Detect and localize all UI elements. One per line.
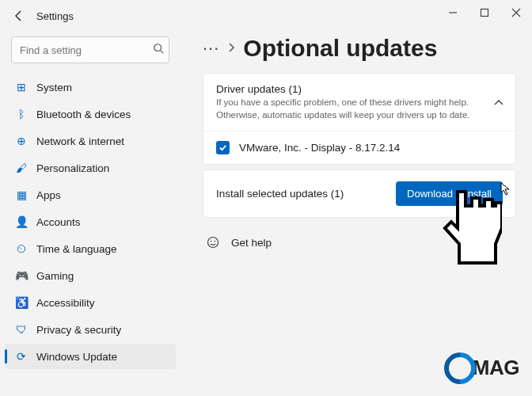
- driver-checkbox[interactable]: [216, 141, 230, 154]
- svg-point-4: [208, 238, 218, 248]
- titlebar: Settings: [0, 0, 532, 32]
- minimize-button[interactable]: [437, 0, 469, 25]
- sidebar-icon: ▦: [14, 188, 28, 202]
- svg-point-2: [154, 44, 162, 51]
- sidebar-item-windows-update[interactable]: ⟳Windows Update: [5, 344, 176, 369]
- sidebar-icon: 🛡: [14, 322, 28, 337]
- search-icon: [153, 43, 164, 57]
- sidebar-item-network-internet[interactable]: ⊕Network & internet: [5, 128, 176, 154]
- help-icon: [206, 235, 220, 249]
- get-help-link[interactable]: Get help: [203, 223, 516, 249]
- sidebar-item-gaming[interactable]: 🎮Gaming: [5, 263, 176, 288]
- sidebar-icon: ⊞: [14, 80, 28, 94]
- svg-rect-1: [481, 10, 488, 17]
- sidebar-item-system[interactable]: ⊞System: [5, 74, 176, 100]
- pcmag-logo: MAG: [449, 356, 519, 380]
- maximize-button[interactable]: [469, 0, 500, 25]
- close-button[interactable]: [500, 0, 532, 25]
- sidebar-item-privacy-security[interactable]: 🛡Privacy & security: [5, 317, 176, 342]
- sidebar-item-label: Personalization: [36, 162, 109, 174]
- sidebar-item-accessibility[interactable]: ♿Accessibility: [5, 290, 176, 315]
- install-bar: Install selected updates (1) Download & …: [203, 169, 516, 218]
- sidebar-icon: ⟳: [14, 349, 28, 364]
- install-text: Install selected updates (1): [216, 188, 344, 200]
- sidebar-item-label: Windows Update: [36, 351, 117, 363]
- sidebar-item-label: Accessibility: [36, 297, 95, 309]
- sidebar-item-label: Accounts: [36, 216, 81, 228]
- sidebar-nav: ⊞SystemᛒBluetooth & devices⊕Network & in…: [5, 74, 176, 369]
- driver-updates-title: Driver updates (1): [216, 83, 503, 95]
- get-help-label: Get help: [231, 237, 272, 249]
- search-input[interactable]: [20, 44, 153, 56]
- breadcrumb: ··· Optional updates: [203, 35, 516, 62]
- sidebar-item-label: Gaming: [36, 270, 74, 282]
- window-title: Settings: [36, 10, 74, 22]
- window-controls: [437, 0, 532, 25]
- svg-point-5: [211, 241, 212, 242]
- sidebar-item-accounts[interactable]: 👤Accounts: [5, 209, 176, 234]
- sidebar: ⊞SystemᛒBluetooth & devices⊕Network & in…: [0, 32, 180, 396]
- sidebar-icon: ⊕: [14, 134, 28, 148]
- driver-label: VMware, Inc. - Display - 8.17.2.14: [239, 142, 400, 154]
- svg-line-3: [161, 51, 164, 54]
- logo-text: MAG: [473, 356, 519, 380]
- sidebar-icon: ♿: [14, 295, 28, 310]
- sidebar-item-bluetooth-devices[interactable]: ᛒBluetooth & devices: [5, 101, 176, 127]
- download-install-button[interactable]: Download & install: [396, 181, 503, 206]
- sidebar-icon: 👤: [14, 215, 28, 229]
- sidebar-item-label: System: [36, 82, 72, 93]
- main: ··· Optional updates Driver updates (1) …: [180, 32, 532, 396]
- driver-row[interactable]: VMware, Inc. - Display - 8.17.2.14: [203, 131, 515, 164]
- sidebar-item-label: Bluetooth & devices: [36, 109, 131, 120]
- search-box[interactable]: [11, 36, 169, 63]
- sidebar-item-label: Apps: [36, 189, 61, 201]
- breadcrumb-more[interactable]: ···: [203, 38, 219, 59]
- sidebar-icon: ⏲: [14, 242, 28, 256]
- sidebar-icon: 🖌: [14, 161, 28, 175]
- sidebar-item-label: Privacy & security: [36, 324, 121, 336]
- svg-point-6: [215, 241, 216, 242]
- sidebar-item-apps[interactable]: ▦Apps: [5, 182, 176, 208]
- sidebar-item-label: Network & internet: [36, 135, 124, 147]
- chevron-right-icon: [227, 42, 235, 55]
- sidebar-item-label: Time & language: [36, 243, 117, 255]
- driver-updates-subtitle: If you have a specific problem, one of t…: [216, 97, 477, 121]
- driver-updates-header[interactable]: Driver updates (1) If you have a specifi…: [203, 74, 515, 131]
- back-button[interactable]: [11, 8, 27, 24]
- sidebar-icon: 🎮: [14, 268, 28, 283]
- logo-p-icon: [449, 357, 471, 379]
- chevron-up-icon[interactable]: [493, 96, 504, 109]
- page-title: Optional updates: [243, 35, 437, 62]
- sidebar-item-time-language[interactable]: ⏲Time & language: [5, 236, 176, 261]
- sidebar-item-personalization[interactable]: 🖌Personalization: [5, 155, 176, 181]
- sidebar-icon: ᛒ: [14, 107, 28, 121]
- driver-updates-card: Driver updates (1) If you have a specifi…: [203, 73, 516, 165]
